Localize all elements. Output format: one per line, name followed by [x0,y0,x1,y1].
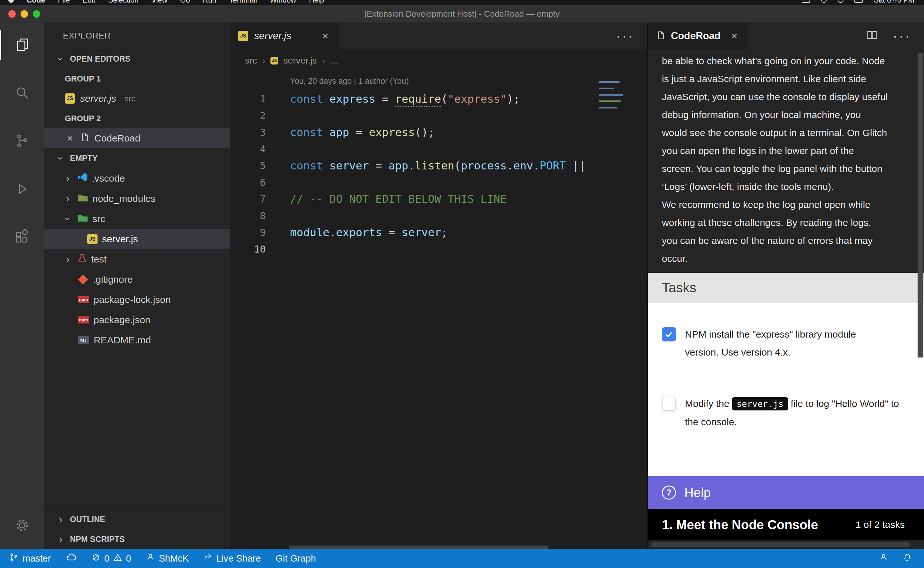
tree-item-src[interactable]: › src [44,208,230,229]
close-tab-icon[interactable]: × [729,30,740,42]
apple-icon[interactable] [8,0,14,3]
code-line[interactable]: 5const server = app.listen(process.env.P… [230,157,647,174]
menu-item-go[interactable]: Go [180,0,190,5]
tab-serverjs[interactable]: JS server.js × [230,23,339,50]
code-line[interactable]: 1const express = require("express"); [230,91,647,107]
scrollbar-thumb[interactable] [651,542,910,547]
npm-scripts-pane-header[interactable]: › NPM SCRIPTS [44,529,230,549]
warning-icon [113,553,122,564]
source-control-icon [14,133,30,151]
branch-status-item[interactable]: master [9,553,51,565]
line-number: 8 [230,210,266,221]
menu-item-terminal[interactable]: Terminal [229,0,257,5]
status-icon[interactable] [821,0,827,3]
live-share-status-item[interactable]: Live Share [203,553,261,564]
menu-item-selection[interactable]: Selection [108,0,139,5]
code-line[interactable]: 8 [230,207,647,224]
open-editor-name: CodeRoad [94,133,140,144]
codelens[interactable]: You, 20 days ago | 1 author (You) [290,76,647,91]
tree-item-test[interactable]: › test [44,249,230,269]
code-line[interactable]: 7// -- DO NOT EDIT BELOW THIS LINE [230,190,647,207]
tree-item-serverjs[interactable]: JS server.js [44,229,230,249]
more-actions-button[interactable]: ··· [893,28,911,44]
close-tab-icon[interactable]: × [320,30,330,42]
account-status-item[interactable]: ShMcK [146,553,188,564]
user-name: ShMcK [159,553,188,564]
git-graph-status-item[interactable]: Git Graph [276,553,316,564]
menubar-clock[interactable]: Sat 6:46 PM [874,0,914,5]
run-debug-activity-button[interactable] [0,172,44,207]
search-activity-button[interactable] [0,76,44,111]
test-flask-icon [78,254,87,265]
close-icon[interactable]: × [65,133,75,144]
code-line[interactable]: 9module.exports = server; [230,224,647,241]
open-editor-serverjs[interactable]: JS server.js src [44,89,230,109]
chevron-right-icon: › [62,193,73,204]
scrollbar-thumb[interactable] [289,545,548,549]
code-token: . [533,159,540,172]
more-actions-button[interactable]: ··· [616,28,634,44]
webview-bottom-scrollbar[interactable] [648,541,924,549]
bell-icon [903,553,912,564]
vertical-scrollbar-thumb[interactable] [918,53,923,358]
battery-icon[interactable] [855,0,863,3]
feedback-status-item[interactable] [879,553,888,564]
tree-item-gitignore[interactable]: .gitignore [44,269,230,290]
tree-item-package-lock[interactable]: npm package-lock.json [44,290,230,310]
open-editor-coderoad[interactable]: × CodeRoad [44,128,230,148]
notifications-status-item[interactable] [903,553,912,564]
code-line-current[interactable]: 10 [230,241,647,257]
code-line[interactable]: 3const app = express(); [230,124,647,140]
outline-pane-header[interactable]: › OUTLINE [44,509,230,529]
code-area[interactable]: You, 20 days ago | 1 author (You) 1const… [230,76,647,549]
problems-status-item[interactable]: 0 0 [92,553,131,564]
breadcrumb-file[interactable]: server.js [283,56,317,66]
open-editors-header[interactable]: › OPEN EDITORS [44,49,230,69]
code-token: server [402,226,441,239]
horizontal-scrollbar[interactable] [230,545,647,549]
status-icon[interactable] [838,0,844,3]
tree-item-node-modules[interactable]: › node_modules [44,188,230,208]
task-checkbox-unchecked[interactable] [662,397,676,411]
npm-icon: npm [78,316,89,323]
code-token: process [461,159,506,172]
code-line[interactable]: 4 [230,140,647,157]
manage-button[interactable] [0,508,44,544]
publish-status-item[interactable] [66,553,77,564]
tree-item-readme[interactable]: M↓ README.md [44,330,230,350]
menu-item-code[interactable]: Code [27,0,45,5]
explorer-activity-button[interactable] [0,27,44,63]
workspace-header[interactable]: › EMPTY [44,148,230,168]
breadcrumb-symbol[interactable]: … [330,56,339,66]
tab-label: CodeRoad [671,30,721,42]
files-icon [14,36,30,54]
code-token: server [330,159,369,172]
menu-item-window[interactable]: Window [270,0,296,5]
code-line[interactable]: 6 [230,174,647,190]
split-editor-icon[interactable] [867,28,877,44]
lesson-header[interactable]: 1. Meet the Node Console 1 of 2 tasks [648,509,924,541]
menu-item-edit[interactable]: Edit [83,0,96,5]
extensions-activity-button[interactable] [0,220,44,255]
breadcrumb-src[interactable]: src [245,56,257,66]
code-token: = [369,159,389,172]
tree-item-vscode[interactable]: › .vscode [44,168,230,188]
tree-item-package-json[interactable]: npm package.json [44,310,230,330]
menu-item-file[interactable]: File [58,0,70,5]
menu-item-help[interactable]: Help [309,0,324,5]
help-section-header[interactable]: ? Help [648,476,924,509]
minimap[interactable] [597,80,626,110]
code-token: = [382,226,402,239]
chevron-down-icon: › [55,153,67,164]
status-icon[interactable] [802,0,810,3]
tab-coderoad[interactable]: CodeRoad × [648,23,748,50]
close-window-button[interactable] [8,10,16,18]
code-line[interactable]: 2 [230,107,647,124]
source-control-activity-button[interactable] [0,124,44,159]
menu-item-run[interactable]: Run [203,0,216,5]
menu-item-view[interactable]: View [151,0,167,5]
minimize-window-button[interactable] [21,10,28,18]
guide-text: be able to check what’s going on in your… [648,50,924,267]
zoom-window-button[interactable] [33,10,40,18]
task-checkbox-checked[interactable] [662,327,676,341]
